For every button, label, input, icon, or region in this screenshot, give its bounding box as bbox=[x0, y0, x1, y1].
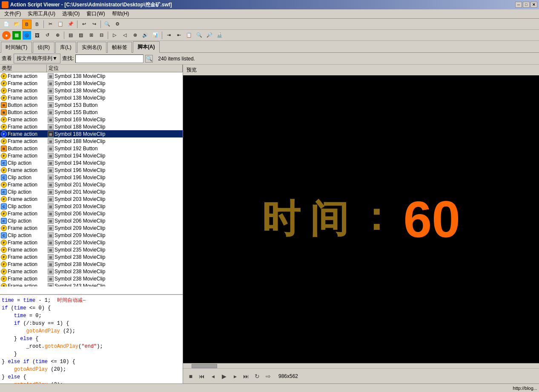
tb2-btn5[interactable]: ↺ bbox=[43, 31, 52, 40]
tab-framelabel[interactable]: 帧标签 bbox=[107, 42, 132, 53]
list-item[interactable]: Button action Symbol 192 Button bbox=[0, 145, 183, 152]
tb2-btn16[interactable]: ⇥ bbox=[164, 31, 173, 40]
list-item[interactable]: Clip action Symbol 201 MovieClip bbox=[0, 188, 183, 195]
tb2-btn20[interactable]: 🔎 bbox=[205, 31, 214, 40]
list-item[interactable]: Clip action Symbol 196 MovieClip bbox=[0, 174, 183, 181]
new-button[interactable]: 📄 bbox=[2, 20, 11, 29]
list-item[interactable]: Frame action Symbol 138 MovieClip bbox=[0, 72, 183, 80]
list-item[interactable]: Frame action Symbol 138 MovieClip bbox=[0, 80, 183, 87]
search-icon[interactable]: 🔍 bbox=[145, 55, 153, 63]
close-button[interactable]: ✕ bbox=[530, 2, 537, 8]
ctrl-play[interactable]: ▶ bbox=[220, 372, 228, 381]
frame-icon bbox=[1, 261, 7, 267]
copy-button[interactable]: 📋 bbox=[56, 20, 65, 29]
list-item[interactable]: Frame action Symbol 138 MovieClip bbox=[0, 87, 183, 94]
scrollbar-thumb[interactable] bbox=[192, 364, 217, 368]
menu-file[interactable]: 文件(F) bbox=[1, 9, 24, 18]
list-item[interactable]: Frame action Symbol 238 MovieClip bbox=[0, 275, 183, 282]
row-type: Clip action bbox=[0, 218, 47, 224]
tab-instance[interactable]: 实例名(I) bbox=[77, 42, 106, 53]
ctrl-next-frame[interactable]: ▸ bbox=[231, 372, 239, 381]
tb2-btn21[interactable]: 🔬 bbox=[215, 31, 224, 40]
tb2-btn14[interactable]: 🔊 bbox=[140, 31, 150, 40]
tb2-btn1[interactable]: ● bbox=[2, 31, 11, 40]
list-item[interactable]: Frame action Symbol 203 MovieClip bbox=[0, 195, 183, 203]
ctrl-rewind[interactable]: ⏮ bbox=[198, 372, 206, 381]
tab-timeline[interactable]: 时间轴(T) bbox=[1, 42, 32, 53]
cut-button[interactable]: ✂ bbox=[46, 20, 55, 29]
tb2-btn7[interactable]: ▤ bbox=[66, 31, 75, 40]
list-item[interactable]: Frame action Symbol 238 MovieClip bbox=[0, 260, 183, 268]
list-item[interactable]: Frame action Symbol 238 MovieClip bbox=[0, 253, 183, 260]
list-item[interactable]: Frame action Symbol 220 MovieClip bbox=[0, 239, 183, 246]
minimize-button[interactable]: ─ bbox=[515, 2, 522, 8]
loc-icon bbox=[48, 95, 54, 101]
paste-button[interactable]: 📌 bbox=[66, 20, 75, 29]
list-item[interactable]: Frame action Symbol 209 MovieClip bbox=[0, 224, 183, 232]
list-item[interactable]: Frame action Symbol 138 MovieClip bbox=[0, 94, 183, 101]
ctrl-export[interactable]: ⇨ bbox=[264, 372, 272, 381]
horizontal-scrollbar[interactable] bbox=[183, 363, 539, 368]
list-item[interactable]: Button action Symbol 153 Button bbox=[0, 101, 183, 109]
list-item[interactable]: Frame action Symbol 194 MovieClip bbox=[0, 152, 183, 159]
list-item[interactable]: Clip action Symbol 206 MovieClip bbox=[0, 217, 183, 224]
tb2-btn8[interactable]: ▨ bbox=[76, 31, 86, 40]
list-item[interactable]: Clip action Symbol 209 MovieClip bbox=[0, 232, 183, 239]
tb2-btn11[interactable]: ▷ bbox=[110, 31, 119, 40]
list-item[interactable]: Frame action Symbol 201 MovieClip bbox=[0, 181, 183, 188]
tb2-btn12[interactable]: ◁ bbox=[120, 31, 129, 40]
list-item[interactable]: Frame action Symbol 238 MovieClip bbox=[0, 268, 183, 275]
loc-icon bbox=[48, 146, 54, 152]
list-item[interactable]: Frame action Symbol 196 MovieClip bbox=[0, 166, 183, 174]
list-item[interactable]: Frame action Symbol 235 MovieClip bbox=[0, 246, 183, 253]
menu-help[interactable]: 帮助(H) bbox=[109, 9, 133, 18]
row-loc: Symbol 196 MovieClip bbox=[47, 167, 183, 173]
tb2-btn9[interactable]: ⊞ bbox=[86, 31, 96, 40]
search-input[interactable] bbox=[75, 54, 143, 63]
tab-script[interactable]: 脚本(A) bbox=[133, 41, 160, 53]
ctrl-forward[interactable]: ⏭ bbox=[242, 372, 250, 381]
menu-window[interactable]: 窗口(W) bbox=[83, 9, 108, 18]
list-item[interactable]: Frame action Symbol 243 MovieClip bbox=[0, 282, 183, 286]
row-loc: Symbol 169 MovieClip bbox=[47, 117, 183, 123]
find-button[interactable]: 🔍 bbox=[103, 20, 112, 29]
tb2-btn19[interactable]: 🔍 bbox=[195, 31, 204, 40]
redo-button[interactable]: ↪ bbox=[89, 20, 99, 29]
list-item[interactable]: Button action Symbol 155 Button bbox=[0, 109, 183, 116]
tab-library[interactable]: 库(L) bbox=[55, 42, 76, 53]
list-item[interactable]: Frame action Symbol 169 MovieClip bbox=[0, 116, 183, 123]
save-button[interactable]: B bbox=[22, 20, 32, 29]
tb2-btn18[interactable]: 📋 bbox=[184, 31, 194, 40]
settings-button[interactable]: ⚙ bbox=[113, 20, 122, 29]
tab-frame[interactable]: 侦(R) bbox=[33, 42, 54, 53]
toolbar-separator-4 bbox=[64, 31, 64, 39]
tb2-btn6[interactable]: ⊕ bbox=[53, 31, 62, 40]
button-icon bbox=[1, 146, 7, 152]
tb2-btn3[interactable]: ◎ bbox=[22, 31, 32, 40]
save-as-button[interactable]: B bbox=[32, 20, 42, 29]
ctrl-stop[interactable]: ■ bbox=[186, 372, 195, 381]
tb2-btn17[interactable]: ⇤ bbox=[174, 31, 183, 40]
tb2-btn15[interactable]: 📊 bbox=[151, 31, 160, 40]
menu-options[interactable]: 选项(O) bbox=[59, 9, 83, 18]
ctrl-loop[interactable]: ↻ bbox=[253, 372, 261, 381]
tb2-btn4[interactable]: 🖼 bbox=[32, 31, 42, 40]
menu-tools[interactable]: 实用工具(U) bbox=[24, 9, 59, 18]
open-button[interactable]: 📂 bbox=[12, 20, 21, 29]
tb2-btn13[interactable]: ⊗ bbox=[130, 31, 140, 40]
list-item[interactable]: Frame action Symbol 188 MovieClip bbox=[0, 130, 183, 137]
tb2-btn2[interactable]: ▦ bbox=[12, 31, 21, 40]
code-area[interactable]: time = time - 1; 时间自动减— if (time <= 0) {… bbox=[0, 294, 183, 383]
tb2-btn10[interactable]: ⊟ bbox=[97, 31, 106, 40]
row-loc: Symbol 138 MovieClip bbox=[47, 88, 183, 94]
list-item[interactable]: Frame action Symbol 188 MovieClip bbox=[0, 137, 183, 145]
sort-button[interactable]: 按文件顺序排列▼ bbox=[14, 54, 60, 63]
list-item[interactable]: Clip action Symbol 194 MovieClip bbox=[0, 159, 183, 166]
row-type: Frame action bbox=[0, 247, 47, 253]
undo-button[interactable]: ↩ bbox=[79, 20, 89, 29]
list-item[interactable]: Clip action Symbol 203 MovieClip bbox=[0, 203, 183, 210]
list-item[interactable]: Frame action Symbol 206 MovieClip bbox=[0, 210, 183, 217]
list-item[interactable]: Frame action Symbol 188 MovieClip bbox=[0, 123, 183, 130]
ctrl-prev-frame[interactable]: ◂ bbox=[209, 372, 217, 381]
maximize-button[interactable]: □ bbox=[523, 2, 530, 8]
